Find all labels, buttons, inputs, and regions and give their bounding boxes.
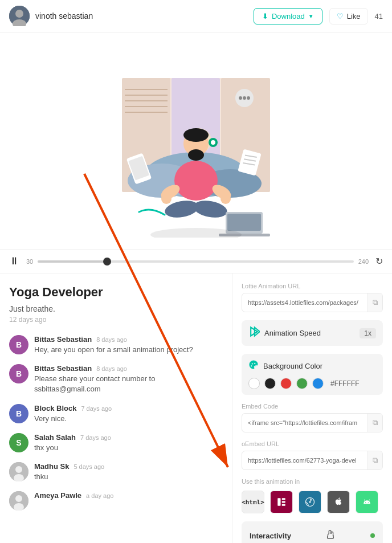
comment-author: Madhu Sk [34, 462, 69, 471]
avatar: B [9, 335, 28, 354]
time-start: 30 [26, 258, 33, 265]
svg-rect-55 [282, 498, 285, 500]
use-in-section: Use this animation in <html> [242, 478, 383, 513]
comment-time: 8 days ago [96, 365, 127, 372]
comment-time: 7 days ago [80, 434, 111, 441]
like-count: 41 [375, 12, 383, 21]
avatar: B [9, 364, 28, 383]
comment-body: Block Block 7 days ago Very nice. [34, 404, 223, 424]
interactivity-label: Interactivity [250, 532, 291, 540]
user-info: vinoth sebastian [9, 6, 93, 26]
color-swatch-green[interactable] [296, 378, 308, 389]
embed-code-field: <iframe src="https://lottiefiles.com/ifr… [242, 413, 383, 432]
comment-text: Hey, are you open for a small animation … [34, 345, 223, 355]
use-android-button[interactable] [356, 491, 378, 513]
main-content: Yoga Developer Just breathe. 12 days ago… [0, 273, 392, 543]
use-in-icons: <html> [242, 491, 383, 513]
use-elementor-button[interactable] [270, 491, 293, 513]
svg-point-17 [239, 96, 242, 100]
animation-speed-section[interactable]: Animation Speed 1x [242, 320, 383, 346]
copy-embed-button[interactable]: ⧉ [368, 414, 382, 432]
timeline: 30 240 [26, 258, 369, 265]
comment-body: Bittas Sebastian 8 days ago Please share… [34, 364, 223, 394]
svg-point-29 [220, 194, 231, 204]
svg-rect-39 [227, 214, 261, 231]
comment-body: Ameya Pawle a day ago [34, 491, 223, 501]
timeline-track[interactable] [38, 260, 353, 263]
svg-point-52 [254, 363, 255, 364]
svg-rect-57 [282, 504, 285, 506]
copy-oembed-button[interactable]: ⧉ [368, 451, 382, 469]
svg-point-51 [252, 363, 253, 364]
use-html-button[interactable]: <html> [242, 491, 264, 513]
username: vinoth sebastian [35, 11, 93, 21]
avatar [9, 6, 30, 26]
timeline-progress [38, 260, 107, 263]
post-time: 12 days ago [9, 316, 223, 324]
svg-point-53 [255, 365, 256, 366]
avatar [9, 462, 28, 481]
svg-point-43 [15, 466, 22, 473]
comment-4: S Salah Salah 7 days ago thx you [9, 433, 223, 453]
comment-meta: Madhu Sk 5 days ago [34, 462, 223, 471]
oembed-url-field: https://lottiefiles.com/62773-yoga-devel… [242, 451, 383, 470]
oembed-label: oEmbed URL [242, 440, 383, 447]
use-apple-button[interactable] [327, 491, 350, 513]
embed-code-label: Embed Code [242, 403, 383, 410]
comment-time: 8 days ago [96, 336, 127, 343]
avatar: S [9, 433, 28, 452]
heart-icon: ♡ [337, 12, 344, 21]
comment-text: Very nice. [34, 414, 223, 424]
comment-1: B Bittas Sebastian 8 days ago Hey, are y… [9, 335, 223, 355]
post-title: Yoga Developer [9, 285, 223, 300]
svg-rect-56 [282, 501, 285, 503]
color-swatch-red[interactable] [280, 378, 292, 389]
svg-point-22 [188, 149, 204, 161]
time-end: 240 [358, 258, 369, 265]
comment-text: thx you [34, 443, 223, 453]
interactivity-section[interactable]: Interactivity [242, 521, 383, 543]
color-hex: #FFFFFF [330, 379, 360, 387]
copy-lottie-url-button[interactable]: ⧉ [368, 293, 382, 312]
bg-color-icon [248, 360, 259, 372]
download-label: Download [272, 12, 305, 21]
comment-5: Madhu Sk 5 days ago thku [9, 462, 223, 482]
comment-author: Bittas Sebastian [34, 335, 92, 344]
color-swatch-blue[interactable] [312, 378, 324, 389]
comment-body: Salah Salah 7 days ago thx you [34, 433, 223, 453]
header-actions: ⬇ Download ▼ ♡ Like 41 [254, 8, 383, 25]
timeline-thumb[interactable] [103, 258, 111, 266]
color-swatches: #FFFFFF [248, 378, 376, 389]
playback-controls: ⏸ 30 240 ↻ [0, 249, 392, 273]
avatar [9, 491, 28, 511]
comment-text: Please share your contact number to ssbi… [34, 374, 223, 394]
comments-list: B Bittas Sebastian 8 days ago Hey, are y… [9, 335, 223, 511]
oembed-url-text: https://lottiefiles.com/62773-yoga-devel [242, 452, 368, 468]
animation-speed-label: Animation Speed [264, 329, 355, 337]
post-tagline: Just breathe. [9, 304, 223, 313]
comment-body: Madhu Sk 5 days ago thku [34, 462, 223, 482]
comment-2: B Bittas Sebastian 8 days ago Please sha… [9, 364, 223, 394]
replay-button[interactable]: ↻ [375, 256, 383, 267]
color-swatch-black[interactable] [264, 378, 276, 389]
bg-color-section: Background Color #FFFFFF [242, 354, 383, 395]
comment-meta: Block Block 7 days ago [34, 404, 223, 413]
comment-author: Ameya Pawle [34, 491, 81, 500]
comment-time: a day ago [86, 492, 113, 499]
svg-rect-54 [277, 498, 280, 506]
pause-button[interactable]: ⏸ [9, 255, 19, 267]
comment-3: B Block Block 7 days ago Very nice. [9, 404, 223, 424]
use-wordpress-button[interactable] [299, 491, 321, 513]
comment-time: 7 days ago [81, 405, 112, 412]
color-swatch-white[interactable] [248, 378, 260, 389]
use-in-label: Use this animation in [242, 478, 383, 485]
svg-point-28 [161, 194, 172, 204]
like-button[interactable]: ♡ Like [329, 8, 368, 25]
comment-author: Bittas Sebastian [34, 364, 92, 373]
download-button[interactable]: ⬇ Download ▼ [254, 8, 322, 25]
comment-meta: Salah Salah 7 days ago [34, 433, 223, 442]
lottie-url-text: https://assets4.lottiefiles.com/packages… [242, 295, 368, 311]
svg-point-18 [243, 96, 246, 100]
comment-text: thku [34, 472, 223, 482]
bg-color-label: Background Color [263, 362, 322, 370]
